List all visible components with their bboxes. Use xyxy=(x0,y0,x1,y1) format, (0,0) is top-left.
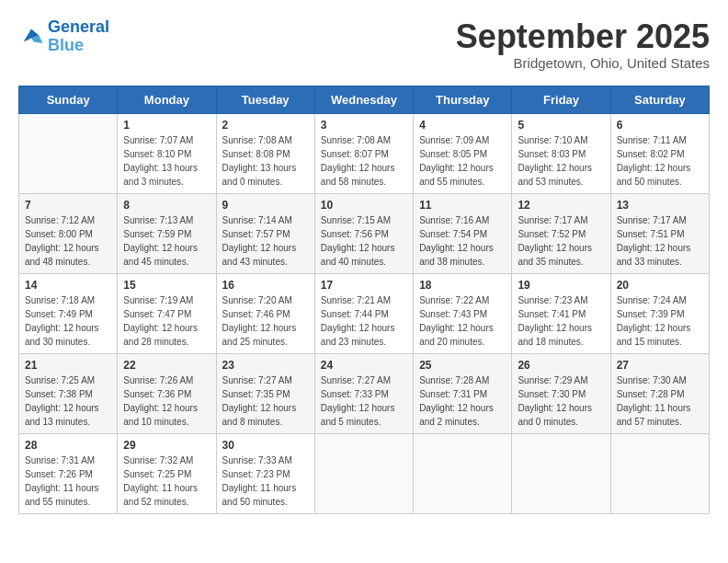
calendar-cell: 9 Sunrise: 7:14 AM Sunset: 7:57 PM Dayli… xyxy=(216,193,314,273)
header-wednesday: Wednesday xyxy=(314,86,413,113)
day-info: Sunrise: 7:12 AM Sunset: 8:00 PM Dayligh… xyxy=(25,213,111,269)
day-number: 23 xyxy=(222,359,309,372)
calendar-cell: 4 Sunrise: 7:09 AM Sunset: 8:05 PM Dayli… xyxy=(414,113,512,193)
sunrise-text: Sunrise: 7:09 AM xyxy=(419,135,489,145)
day-info: Sunrise: 7:33 AM Sunset: 7:23 PM Dayligh… xyxy=(222,454,309,509)
calendar-cell: 11 Sunrise: 7:16 AM Sunset: 7:54 PM Dayl… xyxy=(414,193,512,273)
sunrise-text: Sunrise: 7:28 AM xyxy=(419,375,489,385)
day-number: 26 xyxy=(518,359,604,372)
day-info: Sunrise: 7:14 AM Sunset: 7:57 PM Dayligh… xyxy=(222,213,309,269)
day-info: Sunrise: 7:32 AM Sunset: 7:25 PM Dayligh… xyxy=(123,454,210,509)
daylight-text: Daylight: 12 hours and 30 minutes. xyxy=(25,323,99,347)
calendar-cell: 12 Sunrise: 7:17 AM Sunset: 7:52 PM Dayl… xyxy=(512,193,610,273)
calendar-cell: 21 Sunrise: 7:25 AM Sunset: 7:38 PM Dayl… xyxy=(19,353,118,433)
calendar-cell: 30 Sunrise: 7:33 AM Sunset: 7:23 PM Dayl… xyxy=(216,433,314,513)
sunset-text: Sunset: 7:38 PM xyxy=(25,389,93,399)
location: Bridgetown, Ohio, United States xyxy=(456,55,710,71)
day-info: Sunrise: 7:08 AM Sunset: 8:08 PM Dayligh… xyxy=(222,133,309,189)
sunset-text: Sunset: 7:30 PM xyxy=(518,389,586,399)
logo-text: General Blue xyxy=(48,18,109,55)
calendar-cell xyxy=(314,433,413,513)
sunset-text: Sunset: 7:56 PM xyxy=(321,229,389,239)
calendar-cell: 6 Sunrise: 7:11 AM Sunset: 8:02 PM Dayli… xyxy=(610,113,709,193)
title-block: September 2025 Bridgetown, Ohio, United … xyxy=(456,18,710,71)
sunrise-text: Sunrise: 7:29 AM xyxy=(518,375,587,385)
sunset-text: Sunset: 7:33 PM xyxy=(321,389,389,399)
header-friday: Friday xyxy=(512,86,610,113)
calendar-week-5: 28 Sunrise: 7:31 AM Sunset: 7:26 PM Dayl… xyxy=(19,433,710,513)
day-number: 24 xyxy=(321,359,407,372)
calendar-cell: 14 Sunrise: 7:18 AM Sunset: 7:49 PM Dayl… xyxy=(19,273,118,353)
sunset-text: Sunset: 7:25 PM xyxy=(123,469,191,479)
day-info: Sunrise: 7:21 AM Sunset: 7:44 PM Dayligh… xyxy=(321,293,407,349)
sunset-text: Sunset: 7:39 PM xyxy=(617,309,685,319)
sunset-text: Sunset: 7:36 PM xyxy=(123,389,191,399)
day-info: Sunrise: 7:23 AM Sunset: 7:41 PM Dayligh… xyxy=(518,293,604,349)
calendar-cell: 10 Sunrise: 7:15 AM Sunset: 7:56 PM Dayl… xyxy=(314,193,413,273)
daylight-text: Daylight: 12 hours and 0 minutes. xyxy=(518,403,592,427)
day-info: Sunrise: 7:15 AM Sunset: 7:56 PM Dayligh… xyxy=(321,213,407,269)
calendar-cell: 16 Sunrise: 7:20 AM Sunset: 7:46 PM Dayl… xyxy=(216,273,314,353)
day-number: 6 xyxy=(617,119,703,132)
day-info: Sunrise: 7:11 AM Sunset: 8:02 PM Dayligh… xyxy=(617,133,703,189)
daylight-text: Daylight: 12 hours and 8 minutes. xyxy=(222,403,297,427)
daylight-text: Daylight: 13 hours and 0 minutes. xyxy=(222,163,297,187)
sunrise-text: Sunrise: 7:30 AM xyxy=(617,375,687,385)
header-monday: Monday xyxy=(118,86,216,113)
sunset-text: Sunset: 7:26 PM xyxy=(25,469,93,479)
sunrise-text: Sunrise: 7:08 AM xyxy=(321,135,391,145)
sunset-text: Sunset: 8:07 PM xyxy=(321,149,389,159)
sunset-text: Sunset: 7:41 PM xyxy=(518,309,586,319)
sunset-text: Sunset: 8:02 PM xyxy=(617,149,685,159)
header-saturday: Saturday xyxy=(610,86,709,113)
sunset-text: Sunset: 7:23 PM xyxy=(222,469,290,479)
calendar-header: Sunday Monday Tuesday Wednesday Thursday… xyxy=(19,86,710,113)
daylight-text: Daylight: 12 hours and 18 minutes. xyxy=(518,323,592,347)
sunrise-text: Sunrise: 7:14 AM xyxy=(222,215,292,225)
day-number: 4 xyxy=(419,119,506,132)
daylight-text: Daylight: 12 hours and 23 minutes. xyxy=(321,323,395,347)
calendar-cell: 3 Sunrise: 7:08 AM Sunset: 8:07 PM Dayli… xyxy=(314,113,413,193)
day-info: Sunrise: 7:17 AM Sunset: 7:51 PM Dayligh… xyxy=(617,213,703,269)
calendar-cell xyxy=(414,433,512,513)
calendar-cell: 1 Sunrise: 7:07 AM Sunset: 8:10 PM Dayli… xyxy=(118,113,216,193)
sunrise-text: Sunrise: 7:32 AM xyxy=(123,455,193,465)
day-number: 16 xyxy=(222,279,309,292)
day-number: 8 xyxy=(123,199,210,212)
calendar-cell: 8 Sunrise: 7:13 AM Sunset: 7:59 PM Dayli… xyxy=(118,193,216,273)
day-number: 22 xyxy=(123,359,210,372)
sunset-text: Sunset: 8:05 PM xyxy=(419,149,487,159)
daylight-text: Daylight: 11 hours and 55 minutes. xyxy=(25,483,99,507)
daylight-text: Daylight: 13 hours and 3 minutes. xyxy=(123,163,198,187)
sunrise-text: Sunrise: 7:20 AM xyxy=(222,295,292,305)
day-info: Sunrise: 7:17 AM Sunset: 7:52 PM Dayligh… xyxy=(518,213,604,269)
weekday-header-row: Sunday Monday Tuesday Wednesday Thursday… xyxy=(19,86,710,113)
sunrise-text: Sunrise: 7:19 AM xyxy=(123,295,193,305)
calendar-cell: 17 Sunrise: 7:21 AM Sunset: 7:44 PM Dayl… xyxy=(314,273,413,353)
sunset-text: Sunset: 7:43 PM xyxy=(419,309,487,319)
day-number: 25 xyxy=(419,359,506,372)
sunset-text: Sunset: 7:49 PM xyxy=(25,309,93,319)
sunrise-text: Sunrise: 7:12 AM xyxy=(25,215,95,225)
day-info: Sunrise: 7:27 AM Sunset: 7:33 PM Dayligh… xyxy=(321,373,407,429)
day-info: Sunrise: 7:25 AM Sunset: 7:38 PM Dayligh… xyxy=(25,373,111,429)
sunset-text: Sunset: 7:57 PM xyxy=(222,229,290,239)
daylight-text: Daylight: 12 hours and 33 minutes. xyxy=(617,243,691,267)
sunrise-text: Sunrise: 7:17 AM xyxy=(518,215,587,225)
sunset-text: Sunset: 7:51 PM xyxy=(617,229,685,239)
daylight-text: Daylight: 12 hours and 55 minutes. xyxy=(419,163,494,187)
day-number: 14 xyxy=(25,279,111,292)
calendar-cell: 18 Sunrise: 7:22 AM Sunset: 7:43 PM Dayl… xyxy=(414,273,512,353)
daylight-text: Daylight: 12 hours and 20 minutes. xyxy=(419,323,494,347)
calendar-week-4: 21 Sunrise: 7:25 AM Sunset: 7:38 PM Dayl… xyxy=(19,353,710,433)
calendar-week-2: 7 Sunrise: 7:12 AM Sunset: 8:00 PM Dayli… xyxy=(19,193,710,273)
calendar-cell: 13 Sunrise: 7:17 AM Sunset: 7:51 PM Dayl… xyxy=(610,193,709,273)
calendar-cell xyxy=(512,433,610,513)
day-info: Sunrise: 7:30 AM Sunset: 7:28 PM Dayligh… xyxy=(617,373,703,429)
month-title: September 2025 xyxy=(456,18,710,55)
calendar-body: 1 Sunrise: 7:07 AM Sunset: 8:10 PM Dayli… xyxy=(19,113,710,513)
daylight-text: Daylight: 12 hours and 28 minutes. xyxy=(123,323,198,347)
daylight-text: Daylight: 11 hours and 52 minutes. xyxy=(123,483,198,507)
calendar-cell: 28 Sunrise: 7:31 AM Sunset: 7:26 PM Dayl… xyxy=(19,433,118,513)
calendar-cell: 27 Sunrise: 7:30 AM Sunset: 7:28 PM Dayl… xyxy=(610,353,709,433)
